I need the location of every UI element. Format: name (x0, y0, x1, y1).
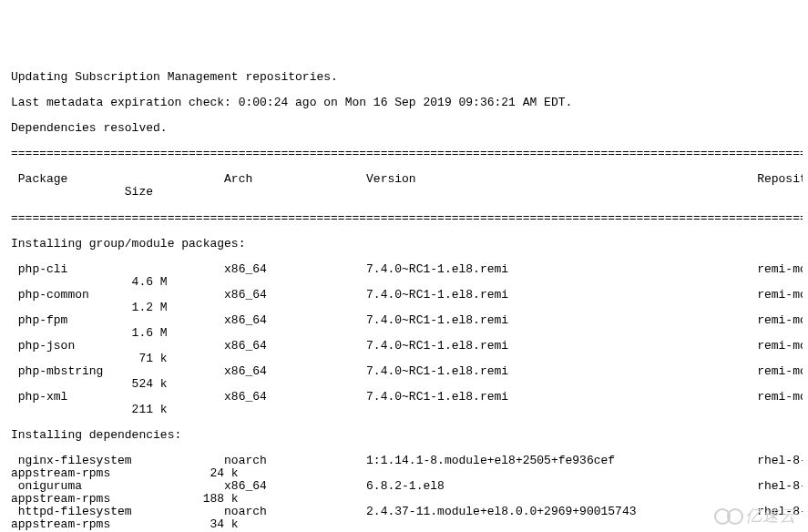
dependencies-block: nginx-filesystem noarch 1:1.14.1-8.modul… (11, 455, 797, 532)
group-packages-block: php-cli x86_64 7.4.0~RC1-1.el8.remi remi… (11, 263, 797, 416)
separator: ========================================… (11, 148, 797, 160)
status-line: Last metadata expiration check: 0:00:24 … (11, 97, 797, 109)
table-header: Package Arch Version Repository Size (11, 173, 797, 199)
section-heading: Installing group/module packages: (11, 238, 797, 251)
status-line: Updating Subscription Management reposit… (11, 71, 797, 84)
status-line: Dependencies resolved. (11, 122, 797, 135)
section-heading: Installing dependencies: (11, 429, 797, 442)
separator: ========================================… (11, 212, 797, 225)
